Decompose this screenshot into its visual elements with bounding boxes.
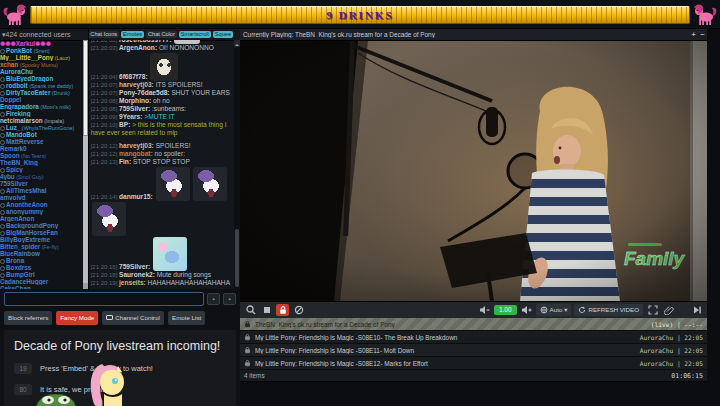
chat-toggle-smartscroll[interactable]: Smartscroll: [179, 31, 211, 38]
lock-icon: [244, 346, 251, 354]
chat-username: mangobat:: [119, 150, 155, 157]
volume-up-icon[interactable]: [520, 304, 533, 316]
userlist-user[interactable]: Bitten_spider (Fe-fly): [0, 243, 83, 250]
userlist-user[interactable]: MandoBot: [0, 131, 83, 138]
scrollbar-thumb[interactable]: [235, 229, 239, 287]
zoom-icon[interactable]: [244, 304, 257, 316]
chat-option-button[interactable]: ▪: [223, 293, 236, 305]
userlist-user[interactable]: MattReverse: [0, 138, 83, 145]
emote-list-button[interactable]: Emote List: [168, 311, 205, 325]
chat-toggle-chat-icons[interactable]: Chat Icons: [89, 31, 119, 38]
username: Boxdrss: [6, 264, 31, 271]
userlist-user[interactable]: 759Silver: [0, 180, 83, 187]
wojak-emote: [150, 53, 178, 81]
chat-username: 759Silver:: [119, 105, 152, 112]
userlist-user[interactable]: Brona: [0, 257, 83, 264]
pony-mascot-icon: [692, 3, 718, 25]
video-player[interactable]: Family: [240, 41, 707, 301]
userlist-user[interactable]: BillyBoyExtreme: [0, 236, 83, 243]
user-note: (Spooky Mumu): [18, 62, 58, 68]
username: Bitten_spider: [0, 243, 40, 250]
attach-icon[interactable]: [662, 304, 675, 316]
chat-message: [21:20:14] danmur15:: [91, 166, 232, 236]
username: My__Little__Pony: [0, 54, 53, 61]
userlist-user[interactable]: Doppel: [0, 96, 83, 103]
volume-down-icon[interactable]: [478, 304, 491, 316]
stop-icon[interactable]: [260, 304, 273, 316]
playlist-title: My Little Pony: Friendship is Magic -S08…: [255, 347, 640, 354]
userlist-user[interactable]: ArgenAnon: [0, 215, 83, 222]
now-playing-bar: Currently Playing: TheBN_King's ok.ru st…: [240, 29, 707, 41]
username: Spicy: [6, 166, 23, 173]
userlist-user[interactable]: xchan (Spooky Mumu): [0, 61, 83, 68]
username: BlueRainbow: [0, 250, 40, 257]
chat-username: harveytj03:: [119, 142, 156, 149]
playlist-item[interactable]: TheBN_King's ok.ru stream for a Decade o…: [240, 318, 707, 331]
userlist-user[interactable]: CakeChan: [0, 285, 83, 289]
userlist-user[interactable]: Spicy: [0, 166, 83, 173]
block-referrers-button[interactable]: Block referrers: [4, 311, 52, 325]
chat-input[interactable]: [4, 292, 204, 306]
userlist-user[interactable]: PonkBot (Snert): [0, 47, 83, 54]
userlist-user[interactable]: BlueRainbow: [0, 250, 83, 257]
expand-player-button[interactable]: +: [689, 30, 698, 39]
playlist-meta: AuroraChu | 22:05: [640, 360, 703, 367]
fancy-mode-button[interactable]: Fancy Mode: [56, 311, 98, 325]
chat-text: ITS SPOILERS!: [156, 81, 203, 88]
lock-button[interactable]: [276, 304, 289, 316]
username: Brona: [6, 257, 24, 264]
userlist-scrollbar[interactable]: [83, 40, 88, 289]
chat-toggle-emotes[interactable]: Emotes: [121, 31, 144, 38]
userlist-user[interactable]: Spoon (No Tears): [0, 152, 83, 159]
userlist-user[interactable]: amvoivd: [0, 194, 83, 201]
playlist-item[interactable]: My Little Pony: Friendship is Magic -S08…: [240, 344, 707, 357]
playlist-item[interactable]: My Little Pony: Friendship is Magic -S08…: [240, 331, 707, 344]
userlist-user[interactable]: AnontheAnon: [0, 201, 83, 208]
userlist-user[interactable]: Remark0: [0, 145, 83, 152]
toolbar-label: Channel Control: [115, 314, 160, 322]
userlist-user[interactable]: BluEyedDragon: [0, 75, 83, 82]
tally-bar: 9 DRINKS: [30, 6, 690, 24]
userlist-user[interactable]: Fireking: [0, 110, 83, 117]
userlist-user[interactable]: 4ybu (Smol Guy): [0, 173, 83, 180]
scrollbar-thumb[interactable]: [83, 40, 88, 136]
userlist-user[interactable]: My__Little__Pony (Lauz): [0, 54, 83, 61]
toolbar-label: Emote List: [172, 314, 201, 322]
chat-toggle-squee[interactable]: Squee: [213, 31, 233, 38]
scroll-down-arrow[interactable]: [83, 283, 88, 289]
block-icon[interactable]: [292, 304, 305, 316]
chat-username: harveytj03:: [119, 81, 156, 88]
userlist-user[interactable]: BumpGirl: [0, 271, 83, 278]
userlist-user[interactable]: anonyummy: [0, 208, 83, 215]
chat-option-button[interactable]: ▪: [207, 293, 220, 305]
userlist-user[interactable]: CadanceHugger: [0, 278, 83, 285]
chat-toggle-chat-color[interactable]: Chat Color: [146, 31, 177, 38]
chat-timestamp: [21:20:03]: [91, 45, 119, 51]
userlist-user[interactable]: Boxdrss: [0, 264, 83, 271]
userlist-user[interactable]: BackgroundPony: [0, 222, 83, 229]
quality-select[interactable]: Auto ▾: [536, 304, 572, 316]
userlist-user[interactable]: TheBN_King: [0, 159, 83, 166]
pepe-image: [34, 394, 78, 406]
chat-text: SPOILERS!: [156, 142, 191, 149]
userlist-user[interactable]: AuroraChu: [0, 68, 83, 75]
playlist-item[interactable]: My Little Pony: Friendship is Magic -S08…: [240, 357, 707, 370]
userlist-user[interactable]: netcimalarson (Impala): [0, 117, 83, 124]
userlist-user[interactable]: rodbolt (Spank me daddy): [0, 82, 83, 89]
shrink-player-button[interactable]: −: [698, 30, 707, 39]
username: Engrapadora: [0, 103, 39, 110]
playlist-footer: 4 items 01:06:15: [240, 370, 707, 382]
userlist-user[interactable]: DirtyTacoEater (Drunk): [0, 89, 83, 96]
userlist-user[interactable]: ✹✹✹Xarkul✹✹✹: [0, 40, 83, 47]
userlist-user[interactable]: AllTimesMhal: [0, 187, 83, 194]
chat-timestamp: [21:20:07]: [91, 90, 119, 96]
chat-text: HAHAHAHAHAHAHAHAHA: [148, 279, 230, 286]
userlist-user[interactable]: Luz_ (WhyIsTheRumGone): [0, 124, 83, 131]
skip-next-icon[interactable]: [690, 304, 703, 316]
playlist-count: 4 items: [244, 372, 265, 379]
fullscreen-icon[interactable]: [646, 304, 659, 316]
refresh-video-button[interactable]: REFRESH VIDEO: [574, 304, 643, 316]
channel-control-button[interactable]: Channel Control: [102, 311, 164, 325]
userlist-user[interactable]: BigManHorseFan: [0, 229, 83, 236]
userlist-user[interactable]: Engrapadora (Mom's milk): [0, 103, 83, 110]
